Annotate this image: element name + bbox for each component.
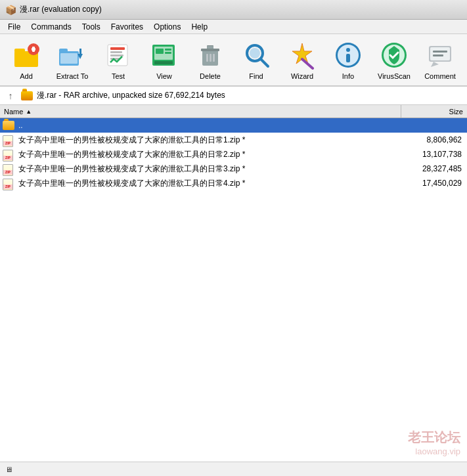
menu-tools[interactable]: Tools: [77, 21, 106, 33]
zip-icon: [3, 179, 14, 188]
delete-label: Delete: [200, 72, 221, 80]
file-size: 17,450,029: [399, 179, 464, 188]
table-row[interactable]: 女子高中里唯一的男性被校规变成了大家的泄欲工具的日常3.zip * 28,327…: [0, 162, 467, 176]
file-name: 女子高中里唯一的男性被校规变成了大家的泄欲工具的日常1.zip *: [18, 135, 399, 146]
find-icon: [240, 39, 272, 71]
svg-line-32: [302, 59, 313, 68]
table-row[interactable]: 女子高中里唯一的男性被校规变成了大家的泄欲工具的日常4.zip * 17,450…: [0, 176, 467, 190]
svg-rect-4: [32, 47, 35, 52]
virusscan-label: VirusScan: [378, 72, 411, 80]
app-icon: 📦: [5, 5, 16, 15]
status-bar: 🖥: [0, 462, 467, 476]
svg-rect-25: [206, 54, 208, 62]
svg-point-35: [346, 48, 350, 52]
svg-rect-26: [210, 54, 211, 62]
svg-rect-19: [165, 49, 171, 51]
test-icon: [102, 39, 134, 71]
file-size: 28,327,485: [399, 164, 464, 173]
svg-rect-17: [154, 61, 173, 64]
name-column-header[interactable]: Name ▲: [0, 105, 401, 118]
delete-icon: [194, 39, 226, 71]
svg-rect-42: [433, 51, 447, 53]
comment-label: Comment: [424, 72, 456, 80]
view-label: View: [156, 72, 172, 80]
svg-rect-36: [346, 54, 350, 62]
size-column-header[interactable]: Size: [401, 105, 467, 118]
extract-icon: [56, 39, 88, 71]
find-label: Find: [249, 72, 263, 80]
title-bar: 📦 漫.rar (evaluation copy): [0, 0, 467, 20]
file-name: 女子高中里唯一的男性被校规变成了大家的泄欲工具的日常4.zip *: [18, 178, 399, 189]
add-icon: [11, 39, 42, 71]
wizard-label: Wizard: [291, 72, 313, 80]
svg-rect-7: [60, 53, 78, 64]
add-label: Add: [20, 72, 33, 80]
menu-bar: File Commands Tools Favorites Options He…: [0, 20, 467, 34]
svg-rect-40: [430, 47, 450, 60]
svg-rect-1: [14, 49, 25, 53]
find-button[interactable]: Find: [234, 36, 278, 83]
svg-rect-43: [433, 54, 443, 56]
svg-rect-6: [59, 49, 68, 53]
menu-commands[interactable]: Commands: [26, 21, 76, 33]
extract-label: Extract To: [56, 72, 89, 80]
comment-icon: [424, 39, 456, 71]
wizard-icon: [286, 39, 318, 71]
status-icon: 🖥: [5, 465, 12, 473]
svg-rect-11: [110, 47, 125, 50]
svg-rect-9: [79, 49, 81, 55]
svg-marker-41: [431, 62, 439, 67]
svg-line-30: [261, 59, 268, 66]
delete-button[interactable]: Delete: [188, 36, 233, 83]
info-label: Info: [342, 72, 354, 80]
menu-favorites[interactable]: Favorites: [106, 21, 148, 33]
folder-open-icon: [3, 121, 14, 130]
svg-rect-12: [110, 51, 122, 53]
path-text: 漫.rar - RAR archive, unpacked size 67,69…: [37, 90, 225, 101]
table-row[interactable]: 女子高中里唯一的男性被校规变成了大家的泄欲工具的日常2.zip * 13,107…: [0, 147, 467, 162]
extract-button[interactable]: Extract To: [50, 36, 95, 83]
file-size: 8,806,962: [399, 135, 464, 144]
test-button[interactable]: Test: [96, 36, 141, 83]
comment-button[interactable]: Comment: [418, 36, 462, 83]
app-window: 📦 漫.rar (evaluation copy) File Commands …: [0, 0, 467, 476]
file-size: 13,107,738: [399, 150, 464, 159]
svg-rect-20: [165, 52, 171, 54]
window-title: 漫.rar (evaluation copy): [20, 4, 102, 15]
svg-rect-24: [207, 46, 213, 49]
virusscan-button[interactable]: VirusScan: [372, 36, 416, 83]
wizard-button[interactable]: Wizard: [280, 36, 324, 83]
file-list: .. 女子高中里唯一的男性被校规变成了大家的泄欲工具的日常1.zip * 8,8…: [0, 118, 467, 476]
info-button[interactable]: Info: [326, 36, 370, 83]
zip-icon: [3, 135, 14, 144]
sort-arrow: ▲: [26, 108, 32, 115]
table-row[interactable]: ..: [0, 118, 467, 133]
path-folder-icon: [21, 91, 33, 100]
file-name: 女子高中里唯一的男性被校规变成了大家的泄欲工具的日常3.zip *: [18, 163, 399, 175]
menu-file[interactable]: File: [3, 21, 26, 33]
up-button[interactable]: ↑: [4, 89, 17, 102]
info-icon: [332, 39, 364, 71]
table-row[interactable]: 女子高中里唯一的男性被校规变成了大家的泄欲工具的日常1.zip * 8,806,…: [0, 133, 467, 147]
path-bar: ↑ 漫.rar - RAR archive, unpacked size 67,…: [0, 87, 467, 105]
file-name: 女子高中里唯一的男性被校规变成了大家的泄欲工具的日常2.zip *: [18, 149, 399, 160]
column-headers: Name ▲ Size: [0, 105, 467, 118]
zip-icon: [3, 164, 14, 173]
add-button[interactable]: Add: [4, 36, 49, 83]
menu-help[interactable]: Help: [186, 21, 213, 33]
svg-rect-27: [213, 54, 215, 62]
svg-point-29: [250, 48, 260, 58]
virusscan-icon: [378, 39, 410, 71]
svg-rect-18: [156, 49, 164, 54]
zip-icon: [3, 150, 14, 159]
toolbar: Add Extract To: [0, 34, 467, 87]
menu-options[interactable]: Options: [148, 21, 186, 33]
file-name: ..: [18, 121, 399, 130]
view-icon: [148, 39, 180, 71]
view-button[interactable]: View: [142, 36, 187, 83]
test-label: Test: [112, 72, 125, 80]
